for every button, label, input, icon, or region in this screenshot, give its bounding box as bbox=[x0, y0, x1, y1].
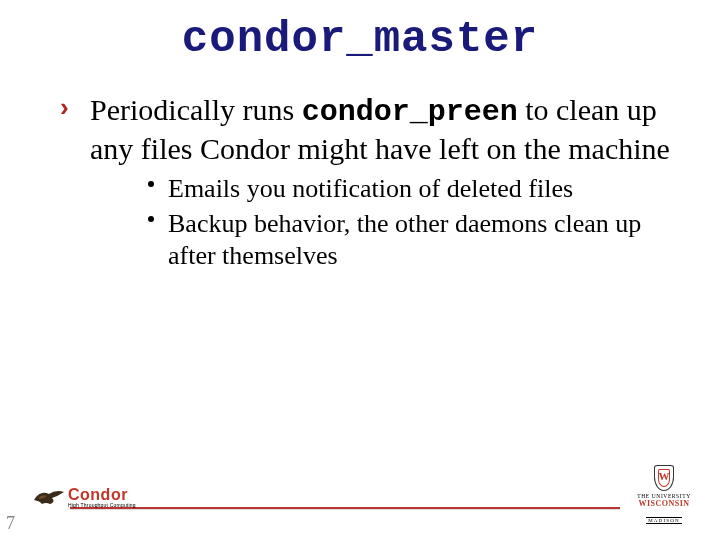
wisconsin-shield-icon: W bbox=[654, 465, 674, 491]
sub-bullet-list: Emails you notification of deleted files… bbox=[90, 167, 680, 273]
dot-icon bbox=[148, 216, 154, 222]
chevron-icon: › bbox=[60, 92, 69, 123]
content-area: › Periodically runs condor_preen to clea… bbox=[0, 64, 720, 273]
bullet-level2: Emails you notification of deleted files bbox=[148, 173, 680, 206]
bullet-code: condor_preen bbox=[302, 95, 518, 129]
slide-title: condor_master bbox=[0, 0, 720, 64]
slide-footer: Condor High Throughput Computing 7 W THE… bbox=[0, 482, 720, 540]
sub-bullet-text: Backup behavior, the other daemons clean… bbox=[168, 209, 641, 271]
bullet-text-pre: Periodically runs bbox=[90, 93, 302, 126]
condor-bird-icon bbox=[32, 486, 66, 508]
bullet-level1: › Periodically runs condor_preen to clea… bbox=[60, 92, 680, 273]
wisc-line-2: WISCONSIN bbox=[634, 499, 694, 508]
bullet-level2: Backup behavior, the other daemons clean… bbox=[148, 208, 680, 273]
condor-subtitle: High Throughput Computing bbox=[68, 502, 136, 508]
dot-icon bbox=[148, 181, 154, 187]
wisc-line-3: MADISON bbox=[646, 517, 682, 524]
slide: condor_master › Periodically runs condor… bbox=[0, 0, 720, 540]
condor-logo: Condor High Throughput Computing bbox=[32, 482, 136, 512]
wisconsin-logo: W THE UNIVERSITY WISCONSIN MADISON bbox=[634, 465, 694, 526]
condor-logo-text: Condor High Throughput Computing bbox=[68, 486, 136, 508]
page-number: 7 bbox=[6, 513, 15, 534]
sub-bullet-text: Emails you notification of deleted files bbox=[168, 174, 573, 203]
footer-rule bbox=[70, 507, 620, 510]
